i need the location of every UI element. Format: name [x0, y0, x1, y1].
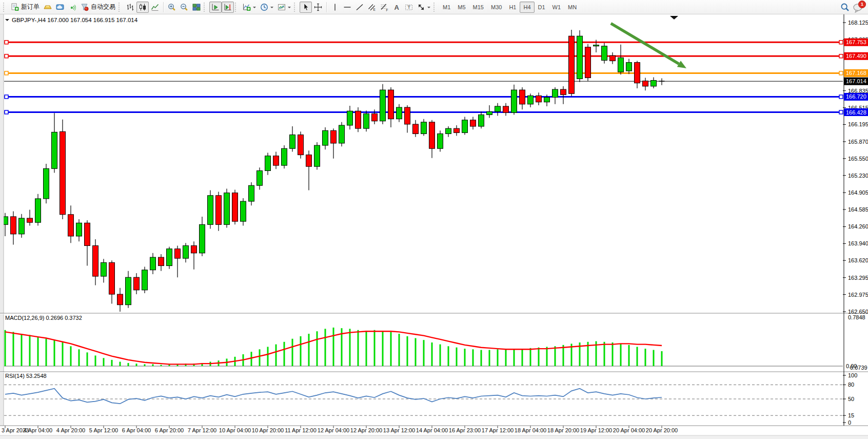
price-tick-label: 164.585	[848, 206, 868, 213]
new-order-button[interactable]: 新订单	[9, 2, 42, 13]
indicators-button[interactable]	[241, 2, 258, 13]
toolbar-separator	[163, 2, 164, 12]
candle	[577, 30, 583, 82]
fibonacci-button[interactable]: F	[378, 2, 390, 13]
hline-handle[interactable]	[5, 54, 8, 58]
chart-shift-icon	[224, 3, 232, 11]
timeframe-m15[interactable]: M15	[469, 2, 487, 13]
signals-button[interactable]	[66, 2, 78, 13]
candle-body	[19, 218, 25, 234]
hline-handle[interactable]	[839, 110, 843, 114]
candle-body	[298, 135, 304, 155]
candle	[44, 164, 49, 203]
equidistant-channel-button[interactable]: E	[366, 2, 378, 13]
price-tick-label: 165.230	[848, 173, 868, 179]
time-label: 20 Apr 04:00	[613, 427, 645, 433]
timeframe-d1[interactable]: D1	[535, 2, 549, 13]
candle-body	[265, 156, 271, 171]
templates-button[interactable]	[275, 2, 293, 13]
timeframe-m5[interactable]: M5	[454, 2, 469, 13]
zoom-out-button[interactable]	[178, 2, 190, 13]
auto-trading-icon	[81, 3, 89, 11]
candle-body	[594, 45, 599, 46]
chevron-down-icon	[427, 7, 430, 10]
text-label-button[interactable]: T	[403, 2, 415, 13]
hline-handle[interactable]	[839, 71, 843, 75]
timeframe-m30[interactable]: M30	[487, 2, 505, 13]
candle-body	[331, 130, 337, 143]
candle	[224, 188, 230, 227]
time-label: 12 Apr 20:00	[350, 427, 382, 433]
bar-chart-icon	[126, 3, 134, 11]
price-label-167.168: 167.168	[846, 70, 866, 76]
line-chart-button[interactable]	[149, 2, 161, 13]
auto-scroll-button[interactable]	[209, 2, 222, 13]
horizontal-line-button[interactable]	[341, 2, 353, 13]
search-icon[interactable]	[840, 3, 850, 12]
candle-body	[618, 58, 624, 72]
toolbar-right: 1	[840, 3, 866, 12]
candle-body	[117, 294, 123, 305]
timeframe-m1[interactable]: M1	[439, 2, 454, 13]
toolbar-grip	[433, 3, 437, 12]
candle	[364, 110, 369, 131]
timeframe-h4[interactable]: H4	[520, 2, 534, 13]
candle-body	[191, 245, 197, 253]
price-label-167.753: 167.753	[846, 39, 866, 45]
hline-handle[interactable]	[839, 41, 843, 44]
candle-body	[93, 245, 98, 276]
time-label: 17 Apr 12:00	[482, 427, 514, 433]
candle-body	[52, 132, 57, 168]
tile-windows-button[interactable]	[190, 2, 203, 13]
trendline-button[interactable]	[353, 2, 366, 13]
candle-body	[511, 90, 517, 112]
vertical-line-button[interactable]	[329, 2, 341, 13]
hline-handle[interactable]	[5, 41, 8, 44]
symbol-dropdown-icon[interactable]	[5, 19, 9, 23]
auto-trading-button[interactable]: 自动交易	[78, 2, 117, 13]
cursor-button[interactable]	[300, 2, 312, 13]
candle-body	[126, 277, 131, 304]
timeframe-mn[interactable]: MN	[564, 2, 580, 13]
horizontal-line-icon	[343, 3, 351, 11]
bar-chart-button[interactable]	[124, 2, 136, 13]
hline-handle[interactable]	[5, 110, 8, 114]
time-label: 19 Apr 12:00	[580, 427, 612, 433]
line-chart-icon	[151, 3, 159, 11]
equidistant-channel-icon: E	[368, 3, 376, 11]
crosshair-button[interactable]	[312, 2, 324, 13]
arrows-button[interactable]	[415, 2, 432, 13]
zoom-in-button[interactable]	[166, 2, 178, 13]
chart-shift-button[interactable]	[222, 2, 234, 13]
hline-handle[interactable]	[5, 71, 8, 75]
periods-button[interactable]	[258, 2, 275, 13]
candle-body	[347, 111, 353, 125]
hline-handle[interactable]	[5, 95, 8, 99]
candle	[585, 44, 591, 81]
candle-body	[585, 47, 591, 78]
toolbar-grip	[3, 3, 7, 12]
candlestick-chart-button[interactable]	[136, 2, 149, 13]
candle-body	[232, 193, 238, 222]
candle-body	[183, 245, 189, 258]
notifications-button[interactable]: 1	[853, 3, 863, 12]
svg-text:F: F	[386, 8, 388, 11]
new-order-icon	[11, 3, 19, 11]
text-button[interactable]: A	[390, 2, 403, 13]
candle-body	[216, 196, 222, 225]
timeframe-h1[interactable]: H1	[505, 2, 520, 13]
hline-handle[interactable]	[839, 95, 843, 99]
candle-body	[553, 89, 558, 97]
cursor-icon	[302, 3, 310, 11]
gold-ingot-button[interactable]	[42, 2, 54, 13]
price-tick-label: 166.195	[848, 121, 868, 127]
price-tick-label: 168.125	[848, 20, 868, 26]
metaeditor-button[interactable]	[54, 2, 66, 13]
time-label: 14 Apr 04:00	[416, 427, 448, 433]
timeframe-group: M1M5M15M30H1H4D1W1MN	[439, 2, 580, 13]
candle-body	[76, 223, 82, 236]
hline-handle[interactable]	[839, 54, 843, 58]
candle-body	[273, 156, 279, 166]
timeframe-w1[interactable]: W1	[549, 2, 565, 13]
candle-body	[44, 168, 49, 199]
